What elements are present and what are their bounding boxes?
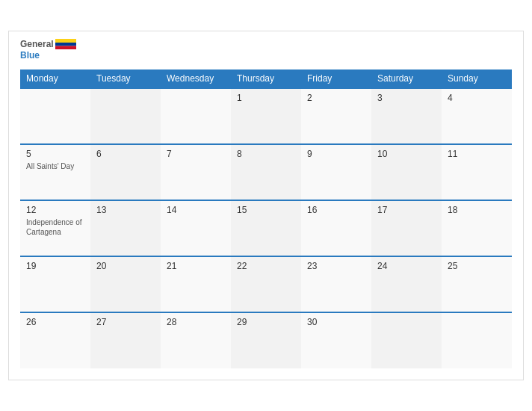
day-number: 3	[377, 93, 436, 103]
calendar-cell: 28	[161, 312, 231, 368]
calendar-cell: 24	[371, 256, 442, 312]
day-number: 8	[237, 149, 295, 159]
day-number: 19	[26, 261, 84, 271]
weekday-header-friday: Friday	[301, 69, 371, 88]
day-number: 7	[167, 149, 225, 159]
day-number: 30	[307, 317, 365, 327]
calendar-header: General Blue	[20, 39, 512, 61]
weekday-header-monday: Monday	[20, 69, 90, 88]
calendar-cell: 15	[231, 200, 301, 256]
calendar-cell: 10	[371, 144, 442, 200]
week-row-3: 19202122232425	[20, 256, 512, 312]
day-number: 12	[26, 205, 84, 215]
calendar-cell: 16	[301, 200, 371, 256]
day-number: 11	[448, 149, 506, 159]
logo-flag-icon	[55, 39, 76, 49]
calendar-cell: 23	[301, 256, 371, 312]
day-number: 9	[307, 149, 365, 159]
calendar-cell: 20	[90, 256, 161, 312]
calendar-cell	[442, 312, 512, 368]
logo-general-text: General	[20, 39, 54, 49]
day-number: 21	[167, 261, 225, 271]
calendar-cell: 1	[231, 88, 301, 144]
day-number: 22	[237, 261, 295, 271]
weekday-header-saturday: Saturday	[371, 69, 442, 88]
day-number: 29	[237, 317, 295, 327]
weekday-header-tuesday: Tuesday	[90, 69, 161, 88]
calendar-cell: 27	[90, 312, 161, 368]
calendar-cell: 12Independence of Cartagena	[20, 200, 90, 256]
calendar-cell: 25	[442, 256, 512, 312]
day-number: 6	[96, 149, 155, 159]
calendar-cell: 2	[301, 88, 371, 144]
day-number: 10	[377, 149, 436, 159]
logo: General Blue	[20, 39, 76, 61]
calendar-cell: 26	[20, 312, 90, 368]
day-number: 24	[377, 261, 436, 271]
svg-rect-2	[55, 46, 76, 50]
calendar-cell: 22	[231, 256, 301, 312]
day-number: 14	[167, 205, 225, 215]
day-number: 2	[307, 93, 365, 103]
calendar-cell: 5All Saints' Day	[20, 144, 90, 200]
calendar-cell: 13	[90, 200, 161, 256]
calendar-cell: 14	[161, 200, 231, 256]
calendar-cell: 18	[442, 200, 512, 256]
day-number: 1	[237, 93, 295, 103]
day-number: 23	[307, 261, 365, 271]
calendar-container: General Blue MondayTuesdayWednesdayThurs…	[8, 31, 524, 380]
calendar-cell: 9	[301, 144, 371, 200]
day-number: 26	[26, 317, 84, 327]
calendar-cell	[371, 312, 442, 368]
calendar-cell: 8	[231, 144, 301, 200]
calendar-cell: 17	[371, 200, 442, 256]
day-number: 18	[448, 205, 506, 215]
calendar-cell: 21	[161, 256, 231, 312]
day-number: 17	[377, 205, 436, 215]
calendar-cell: 11	[442, 144, 512, 200]
day-number: 20	[96, 261, 155, 271]
week-row-4: 2627282930	[20, 312, 512, 368]
logo-blue-text: Blue	[20, 50, 40, 61]
calendar-cell: 4	[442, 88, 512, 144]
calendar-cell: 30	[301, 312, 371, 368]
svg-rect-1	[55, 43, 76, 46]
day-number: 27	[96, 317, 155, 327]
week-row-0: 1234	[20, 88, 512, 144]
calendar-table: MondayTuesdayWednesdayThursdayFridaySatu…	[20, 69, 512, 368]
calendar-cell: 3	[371, 88, 442, 144]
event-label: Independence of Cartagena	[26, 217, 84, 237]
calendar-cell	[161, 88, 231, 144]
calendar-cell: 6	[90, 144, 161, 200]
day-number: 13	[96, 205, 155, 215]
weekday-header-wednesday: Wednesday	[161, 69, 231, 88]
calendar-cell	[20, 88, 90, 144]
calendar-cell: 29	[231, 312, 301, 368]
day-number: 4	[448, 93, 506, 103]
svg-rect-0	[55, 39, 76, 43]
calendar-cell: 7	[161, 144, 231, 200]
week-row-1: 5All Saints' Day67891011	[20, 144, 512, 200]
calendar-cell: 19	[20, 256, 90, 312]
day-number: 25	[448, 261, 506, 271]
calendar-header-row: MondayTuesdayWednesdayThursdayFridaySatu…	[20, 69, 512, 88]
day-number: 16	[307, 205, 365, 215]
weekday-header-sunday: Sunday	[442, 69, 512, 88]
week-row-2: 12Independence of Cartagena131415161718	[20, 200, 512, 256]
day-number: 5	[26, 149, 84, 159]
day-number: 15	[237, 205, 295, 215]
event-label: All Saints' Day	[26, 161, 84, 171]
day-number: 28	[167, 317, 225, 327]
calendar-cell	[90, 88, 161, 144]
weekday-header-thursday: Thursday	[231, 69, 301, 88]
